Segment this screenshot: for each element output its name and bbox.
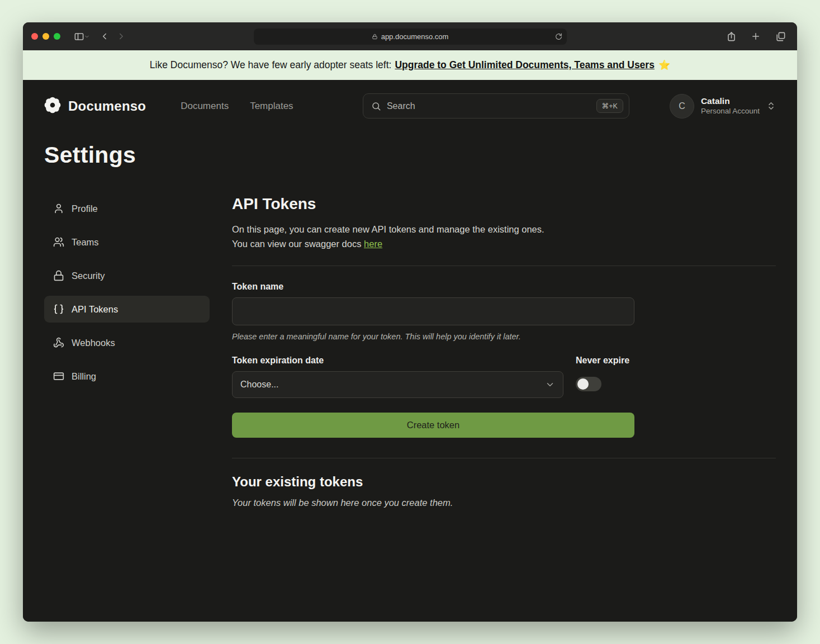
new-tab-icon[interactable] [747, 28, 764, 45]
never-expire-toggle[interactable] [576, 377, 601, 391]
back-button[interactable] [96, 28, 113, 45]
section-description: On this page, you can create new API tok… [232, 222, 776, 251]
expiration-row: Token expiration date Choose... Never ex… [232, 356, 634, 398]
minimize-window-button[interactable] [42, 33, 49, 40]
description-line-2: You can view our swagger docs [232, 239, 361, 249]
tab-overview-icon[interactable] [772, 28, 789, 45]
braces-icon [53, 304, 64, 315]
settings-body: Profile Teams Security API Tokens Webhoo… [23, 168, 797, 508]
divider [232, 458, 776, 458]
upgrade-link[interactable]: Upgrade to Get Unlimited Documents, Team… [395, 59, 655, 71]
token-name-hint: Please enter a meaningful name for your … [232, 332, 634, 341]
sidebar-item-profile[interactable]: Profile [44, 195, 210, 222]
token-name-input[interactable] [232, 297, 634, 325]
create-token-form: Token name Please enter a meaningful nam… [232, 282, 634, 438]
never-expire-field: Never expire [576, 356, 634, 398]
divider [232, 266, 776, 266]
sidebar-item-label: API Tokens [72, 304, 118, 315]
sidebar-chevron-icon[interactable] [84, 28, 92, 45]
toggle-knob [577, 378, 589, 390]
section-title: API Tokens [232, 195, 776, 213]
expiration-select[interactable]: Choose... [232, 371, 563, 398]
token-name-label: Token name [232, 282, 634, 292]
sidebar-item-webhooks[interactable]: Webhooks [44, 329, 210, 356]
url-text: app.documenso.com [381, 32, 449, 41]
sidebar-item-security[interactable]: Security [44, 262, 210, 289]
close-window-button[interactable] [31, 33, 38, 40]
promo-banner: Like Documenso? We have few early adopte… [23, 50, 797, 80]
search-shortcut-badge: ⌘+K [596, 99, 623, 113]
user-meta: Catalin Personal Account [701, 96, 760, 116]
user-icon [53, 203, 64, 214]
documenso-app: Documenso Documents Templates ⌘+K C Cata… [23, 80, 797, 622]
create-token-button[interactable]: Create token [232, 413, 634, 438]
existing-tokens-title: Your existing tokens [232, 474, 776, 490]
window-controls [31, 33, 60, 40]
sidebar-item-label: Profile [72, 203, 98, 214]
sidebar-item-api-tokens[interactable]: API Tokens [44, 296, 210, 323]
user-menu[interactable]: C Catalin Personal Account [670, 94, 776, 119]
settings-sidebar: Profile Teams Security API Tokens Webhoo… [44, 195, 210, 508]
star-emoji: ⭐ [658, 59, 670, 71]
lock-icon [53, 270, 64, 281]
sidebar-item-teams[interactable]: Teams [44, 229, 210, 255]
user-account-type: Personal Account [701, 107, 760, 116]
chevron-down-icon [545, 380, 555, 390]
browser-actions [723, 28, 789, 45]
search-icon [371, 101, 381, 111]
nav-documents[interactable]: Documents [181, 101, 229, 112]
zoom-window-button[interactable] [54, 33, 60, 40]
never-expire-label: Never expire [576, 356, 634, 366]
app-header: Documenso Documents Templates ⌘+K C Cata… [23, 80, 797, 119]
nav-templates[interactable]: Templates [250, 101, 293, 112]
users-icon [53, 236, 64, 248]
expiration-label: Token expiration date [232, 356, 563, 366]
sidebar-item-billing[interactable]: Billing [44, 363, 210, 390]
browser-window: app.documenso.com Like Documenso? We hav… [23, 22, 797, 622]
avatar: C [670, 94, 694, 119]
browser-toolbar: app.documenso.com [23, 22, 797, 50]
sidebar-item-label: Teams [72, 237, 99, 248]
chevrons-up-down-icon [766, 101, 776, 111]
api-tokens-panel: API Tokens On this page, you can create … [232, 195, 776, 508]
sidebar-item-label: Security [72, 271, 105, 281]
promo-text: Like Documenso? We have few early adopte… [150, 59, 392, 71]
credit-card-icon [53, 371, 64, 382]
expiration-field: Token expiration date Choose... [232, 356, 563, 398]
sidebar-item-label: Webhooks [72, 338, 115, 348]
forward-button[interactable] [113, 28, 130, 45]
expiration-selected-value: Choose... [240, 380, 278, 390]
existing-tokens-empty-text: Your tokens will be shown here once you … [232, 498, 776, 508]
reload-icon[interactable] [555, 33, 562, 40]
address-bar[interactable]: app.documenso.com [254, 29, 567, 45]
search-box[interactable]: ⌘+K [363, 93, 629, 119]
swagger-docs-link[interactable]: here [364, 239, 382, 249]
description-line-1: On this page, you can create new API tok… [232, 224, 544, 234]
page-title: Settings [23, 119, 797, 168]
sidebar-item-label: Billing [72, 371, 96, 382]
documenso-logo-icon [44, 97, 61, 116]
brand[interactable]: Documenso [44, 97, 146, 116]
ssl-lock-icon [372, 34, 378, 40]
webhook-icon [53, 337, 64, 348]
main-nav: Documents Templates [181, 101, 293, 112]
search-input[interactable] [387, 101, 591, 111]
user-name: Catalin [701, 96, 760, 106]
share-icon[interactable] [723, 28, 740, 45]
brand-name: Documenso [68, 98, 146, 114]
